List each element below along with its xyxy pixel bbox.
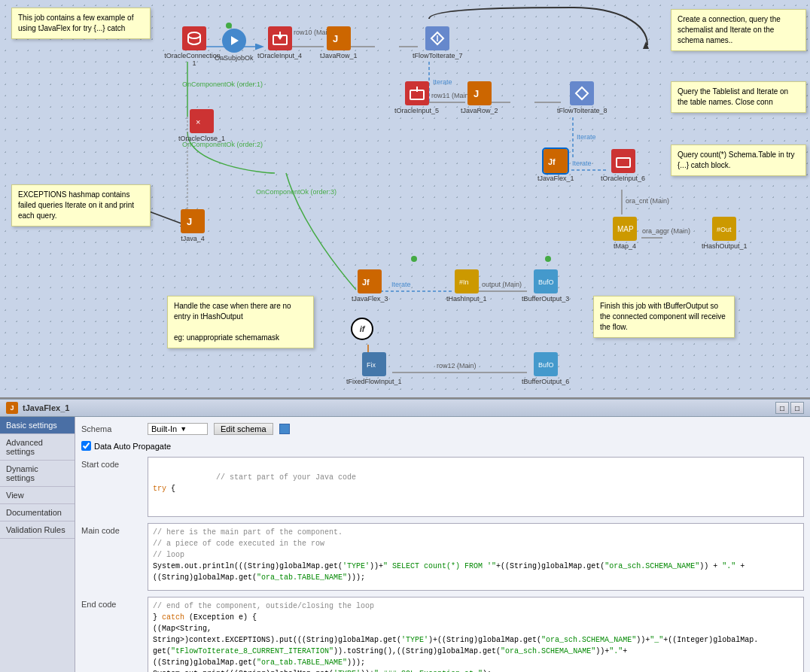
- edit-schema-button[interactable]: Edit schema: [214, 423, 273, 435]
- chevron-down-icon: ▼: [180, 425, 187, 433]
- svg-text:ora_aggr (Main): ora_aggr (Main): [642, 227, 690, 235]
- component-tJavaRow_1[interactable]: J tJavaRow_1: [320, 26, 358, 59]
- component-tHashInput_1[interactable]: #In tHashInput_1: [446, 269, 487, 303]
- sidebar-item-advanced[interactable]: Advanced settings: [0, 434, 75, 461]
- component-tOracleInput_6[interactable]: tOracleInput_6: [601, 149, 645, 182]
- data-auto-propagate-label: Data Auto Propagate: [94, 442, 171, 451]
- svg-marker-28: [643, 41, 649, 49]
- data-auto-propagate-row: Data Auto Propagate: [81, 441, 804, 451]
- start-code-value: // start part of your Java code try {: [148, 457, 804, 517]
- svg-text:Fix: Fix: [367, 361, 376, 369]
- end-code-section: // end of the component, outside/closing…: [148, 597, 804, 672]
- panel-body: Basic settings Advanced settings Dynamic…: [0, 417, 810, 672]
- status-dot: [226, 23, 232, 29]
- svg-text:#Out: #Out: [717, 226, 732, 233]
- sidebar-item-dynamic[interactable]: Dynamic settings: [0, 461, 75, 487]
- main-code-section: // here is the main part of the componen…: [148, 523, 804, 591]
- data-auto-propagate-checkbox[interactable]: [81, 441, 91, 451]
- component-tJava_4[interactable]: J tJava_4: [181, 209, 205, 242]
- component-tOracleInput_5[interactable]: tOracleInput_5: [394, 81, 439, 114]
- start-code-section: // start part of your Java code try {: [148, 457, 804, 517]
- svg-text:#In: #In: [459, 278, 469, 286]
- status-dot: [411, 256, 417, 262]
- sidebar-item-validation[interactable]: Validation Rules: [0, 521, 75, 539]
- component-tFlowToIterate_8[interactable]: tFlowToIterate_8: [557, 81, 608, 114]
- panel-sidebar: Basic settings Advanced settings Dynamic…: [0, 417, 75, 672]
- component-OnSubjobOk[interactable]: OnSubjobOk: [215, 29, 254, 62]
- panel-buttons: □ □: [775, 402, 804, 414]
- component-tBufferOutput_3[interactable]: BufO tBufferOutput_3: [522, 269, 569, 303]
- schema-icon: [279, 424, 290, 434]
- svg-text:Iterate: Iterate: [577, 133, 596, 141]
- panel-icon: J: [6, 402, 18, 414]
- sticky-note-5: Query count(*) Schema.Table in try {...}…: [671, 144, 806, 176]
- sidebar-item-basic[interactable]: Basic settings: [0, 417, 75, 434]
- svg-text:row12 (Main): row12 (Main): [437, 362, 477, 369]
- schema-dropdown[interactable]: Built-In ▼: [148, 423, 208, 435]
- svg-text:J: J: [333, 33, 338, 44]
- end-code-row: End code // end of the component, outsid…: [81, 597, 804, 672]
- svg-text:Iterate: Iterate: [572, 160, 592, 167]
- canvas-area: Iterate OnComponentOk (order:1) row11 (M…: [0, 0, 810, 399]
- svg-text:OnComponentOk (order:1): OnComponentOk (order:1): [182, 81, 263, 88]
- panel-btn-1[interactable]: □: [775, 402, 789, 414]
- panel-content: Schema Built-In ▼ Edit schema Data Auto …: [75, 417, 810, 672]
- schema-label: Schema: [81, 424, 142, 433]
- component-tJavaFlex_3[interactable]: Jf tJavaFlex_3: [352, 269, 388, 303]
- svg-text:Iterate: Iterate: [391, 281, 411, 288]
- svg-text:MAP: MAP: [617, 225, 634, 233]
- sticky-note-1: This job contains a few example of using…: [11, 8, 151, 39]
- svg-text:ora_cnt (Main): ora_cnt (Main): [626, 197, 669, 205]
- svg-rect-41: [617, 158, 630, 167]
- start-code-label: Start code: [81, 457, 142, 469]
- start-code-row: Start code // start part of your Java co…: [81, 457, 804, 517]
- schema-row: Schema Built-In ▼ Edit schema: [81, 423, 804, 435]
- svg-text:BufO: BufO: [538, 361, 554, 369]
- end-code-value: // end of the component, outside/closing…: [148, 597, 804, 672]
- sticky-note-6: Handle the case when there are no entry …: [167, 296, 314, 348]
- sticky-note-2: EXCEPTIONS hashmap contains failed queri…: [11, 184, 151, 227]
- end-code-label: End code: [81, 597, 142, 609]
- panel-btn-2[interactable]: □: [790, 402, 804, 414]
- component-tBufferOutput_6[interactable]: BufO tBufferOutput_6: [522, 352, 569, 385]
- component-tHashOutput_1[interactable]: #Out tHashOutput_1: [702, 217, 748, 250]
- end-code-content[interactable]: // end of the component, outside/closing…: [148, 598, 803, 672]
- component-tMap_4[interactable]: MAP tMap_4: [613, 217, 637, 250]
- sticky-note-7: Finish this job with tBufferOutput so th…: [593, 296, 735, 338]
- bottom-panel: J tJavaFlex_1 □ □ Basic settings Advance…: [0, 399, 810, 672]
- svg-text:Jf: Jf: [362, 278, 370, 287]
- panel-title: J tJavaFlex_1: [6, 402, 69, 414]
- panel-titlebar: J tJavaFlex_1 □ □: [0, 399, 810, 417]
- component-tFixedFlowInput_1[interactable]: Fix tFixedFlowInput_1: [346, 352, 402, 385]
- main-code-row: Main code // here is the main part of th…: [81, 523, 804, 591]
- main-code-content[interactable]: // here is the main part of the componen…: [148, 524, 803, 590]
- svg-marker-30: [231, 36, 239, 45]
- sticky-note-4: Query the Tablelist and Iterate on the t…: [671, 81, 806, 113]
- svg-text:J: J: [474, 88, 479, 99]
- svg-text:Jf: Jf: [548, 157, 556, 166]
- sidebar-item-view[interactable]: View: [0, 487, 75, 504]
- main-code-label: Main code: [81, 523, 142, 535]
- svg-point-29: [188, 32, 200, 38]
- svg-text:J: J: [187, 216, 192, 227]
- sidebar-item-doc[interactable]: Documentation: [0, 504, 75, 521]
- svg-text:output (Main): output (Main): [482, 281, 522, 288]
- main-code-value: // here is the main part of the componen…: [148, 523, 804, 591]
- component-if[interactable]: if: [351, 318, 373, 340]
- panel-title-text: tJavaFlex_1: [23, 403, 69, 412]
- sticky-note-3: Create a connection, query the schemalis…: [671, 9, 806, 51]
- svg-text:OnComponentOk (order:3): OnComponentOk (order:3): [256, 188, 336, 196]
- svg-marker-33: [277, 35, 283, 40]
- component-tJavaFlex_1-selected[interactable]: Jf tJavaFlex_1: [537, 149, 574, 182]
- component-tFlowToIterate_7[interactable]: tFlowToIterate_7: [413, 26, 463, 59]
- component-tOracleClose_1[interactable]: × tOracleClose_1: [178, 109, 225, 142]
- svg-text:BufO: BufO: [538, 278, 554, 286]
- component-tJavaRow_2[interactable]: J tJavaRow_2: [461, 81, 498, 114]
- svg-text:×: ×: [196, 117, 200, 126]
- status-dot: [545, 256, 551, 262]
- start-code-content[interactable]: // start part of your Java code try {: [148, 458, 803, 516]
